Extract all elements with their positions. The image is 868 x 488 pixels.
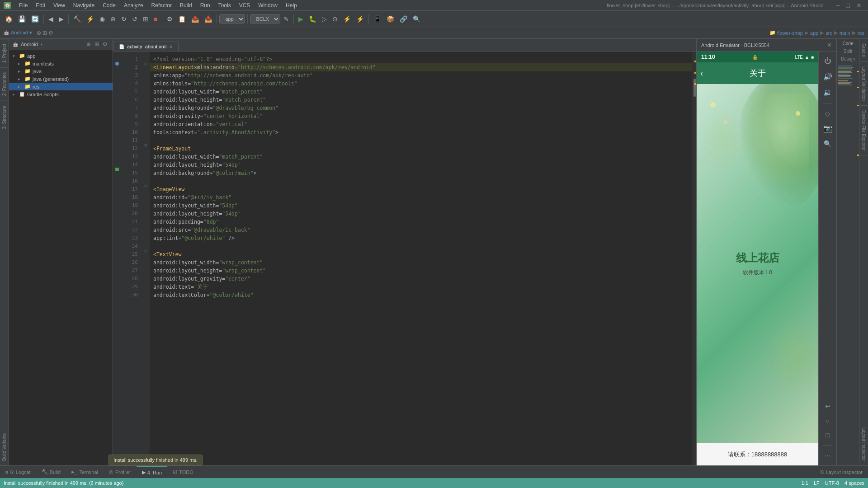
minimap-scrollbar[interactable]: [856, 64, 859, 465]
tool11[interactable]: 📤: [189, 14, 201, 24]
device-file-explorer-tab[interactable]: Device File Explorer: [860, 106, 868, 155]
menu-edit[interactable]: Edit: [32, 1, 49, 9]
forward-nav-button[interactable]: ▶: [57, 14, 66, 24]
breadcrumb-action-2[interactable]: ⊞: [42, 30, 47, 36]
tree-res[interactable]: ▸ 📁 res: [9, 83, 113, 90]
breadcrumb-action-3[interactable]: ⚙: [48, 30, 53, 36]
sync-button[interactable]: 🔄: [29, 14, 41, 24]
menu-refactor[interactable]: Refactor: [148, 1, 175, 9]
tree-manifests[interactable]: ▸ 📁 manifests: [9, 60, 113, 67]
breadcrumb-src[interactable]: src: [826, 30, 832, 36]
android-back-button[interactable]: ‹: [700, 69, 703, 78]
menu-run[interactable]: Run: [197, 1, 214, 9]
panel-btn-3[interactable]: ⚙: [101, 41, 109, 48]
emu-zoom-btn[interactable]: 🔍: [822, 138, 833, 149]
config-edit-button[interactable]: ✎: [281, 14, 291, 24]
line-ending[interactable]: LF: [814, 480, 820, 486]
maximize-button[interactable]: □: [844, 1, 853, 10]
save-button[interactable]: 💾: [16, 14, 28, 24]
breadcrumb-android[interactable]: Android ▾: [11, 30, 32, 36]
menu-view[interactable]: View: [50, 1, 69, 9]
close-button[interactable]: ✕: [854, 1, 864, 10]
menu-file[interactable]: File: [15, 1, 31, 9]
project-tab[interactable]: 1: Project: [0, 39, 8, 67]
layout-validation-tab[interactable]: Layout Validation: [860, 62, 868, 106]
terminal-tab[interactable]: ▶_ Terminal: [66, 466, 104, 478]
tool7[interactable]: ↺: [130, 14, 140, 24]
pair-devices-button[interactable]: 🔗: [397, 14, 410, 24]
apply-code-changes-button[interactable]: ⚡: [354, 14, 366, 24]
tree-app[interactable]: ▾ 📁 app: [9, 52, 113, 60]
fold-17[interactable]: ⊟: [142, 182, 150, 190]
menu-code[interactable]: Code: [99, 1, 119, 9]
run-button[interactable]: ▶: [296, 14, 306, 24]
menu-window[interactable]: Window: [255, 1, 281, 9]
layout-inspector-bottom-tab[interactable]: ⧉ Layout Inspector: [815, 466, 868, 478]
tool5[interactable]: ⊕: [108, 14, 118, 24]
run-tab[interactable]: ▶ 4: Run: [137, 466, 167, 478]
emu-power-btn[interactable]: ⏻: [822, 55, 833, 67]
menu-build[interactable]: Build: [176, 1, 196, 9]
breadcrumb-action-1[interactable]: ⊕: [37, 30, 41, 36]
fold-25[interactable]: ⊟: [142, 247, 150, 255]
menu-analyze[interactable]: Analyze: [120, 1, 147, 9]
breadcrumb-flower-shop[interactable]: flower-shop: [777, 30, 803, 36]
profile-button[interactable]: ⊙: [330, 14, 340, 24]
breadcrumb-main[interactable]: main: [840, 30, 850, 36]
tool6[interactable]: ↻: [119, 14, 129, 24]
sdk-manager-button[interactable]: 📦: [384, 14, 396, 24]
encoding[interactable]: UTF-8: [825, 480, 839, 486]
tool4[interactable]: ◉: [97, 14, 107, 24]
avd-manager-button[interactable]: 📱: [371, 14, 383, 24]
emu-volume-up-btn[interactable]: 🔊: [821, 70, 834, 83]
split-view-tab[interactable]: Split: [842, 47, 854, 55]
scrollbar-thumb[interactable]: [693, 79, 696, 97]
minimize-button[interactable]: −: [833, 1, 842, 10]
panel-btn-1[interactable]: ⊕: [85, 41, 92, 48]
profiler-tab[interactable]: ◎ Profiler: [104, 466, 137, 478]
run-with-coverage[interactable]: ▷: [320, 14, 329, 24]
emu-rotate-btn[interactable]: ◇: [823, 108, 832, 119]
apply-changes-button[interactable]: ⚡: [341, 14, 353, 24]
design-view-tab[interactable]: Design: [839, 55, 857, 63]
cursor-position[interactable]: 1:1: [802, 480, 808, 486]
fold-12[interactable]: ⊟: [142, 141, 150, 149]
breadcrumb-res[interactable]: res: [858, 30, 864, 36]
search-everywhere-button[interactable]: 🔍: [410, 14, 423, 24]
config-dropdown[interactable]: BCLX: [250, 14, 280, 23]
emulator-close[interactable]: ✕: [827, 42, 832, 48]
emu-screenshot-btn[interactable]: 📷: [821, 122, 834, 135]
project-module-dropdown[interactable]: app: [219, 14, 245, 23]
tool3[interactable]: ⚡: [84, 14, 96, 24]
back-nav-button[interactable]: ◀: [46, 14, 56, 24]
project-icon[interactable]: 🏠: [3, 14, 15, 24]
panel-btn-2[interactable]: ⊞: [93, 41, 100, 48]
tree-java-generated[interactable]: ▸ 📁 java (generated): [9, 75, 113, 83]
favorites-tab[interactable]: 2: Favorites: [0, 67, 8, 100]
indent-setting[interactable]: 4 spaces: [844, 480, 864, 486]
gradle-tab[interactable]: Gradle: [860, 39, 868, 62]
editor-scrollbar[interactable]: [692, 52, 696, 465]
tool12[interactable]: 📥: [202, 14, 214, 24]
menu-tools[interactable]: Tools: [215, 1, 235, 9]
logcat-tab[interactable]: ≡ 6: Logcat: [0, 466, 36, 478]
editor-tab-activity-about[interactable]: 📄 activity_about.xml ✕: [113, 42, 179, 51]
tool8[interactable]: ⊞: [141, 14, 151, 24]
emulator-minimize[interactable]: −: [821, 42, 825, 48]
fold-2[interactable]: ⊟: [142, 60, 150, 68]
emu-back-btn[interactable]: ↩: [823, 401, 832, 412]
emu-volume-down-btn[interactable]: 🔉: [821, 86, 834, 99]
build-button[interactable]: 🔨: [71, 14, 83, 24]
emu-home-btn[interactable]: ○: [824, 415, 831, 426]
layout-inspector-tab[interactable]: Layout Inspector: [860, 423, 868, 465]
build-tab[interactable]: 🔨 Build: [36, 466, 66, 478]
emu-square-btn[interactable]: □: [824, 430, 831, 441]
menu-navigate[interactable]: Navigate: [70, 1, 98, 9]
tree-gradle[interactable]: ▸ 📋 Gradle Scripts: [9, 90, 113, 98]
code-view-tab[interactable]: Code: [841, 40, 855, 47]
code-editor[interactable]: <?xml version="1.0" encoding="utf-8"?> <…: [150, 52, 692, 465]
todo-tab[interactable]: ☑ TODO: [167, 466, 199, 478]
structure-tab[interactable]: 3: Structure: [0, 101, 8, 134]
tool9[interactable]: ⚙: [165, 14, 175, 24]
emu-more-btn[interactable]: ···: [823, 450, 832, 462]
